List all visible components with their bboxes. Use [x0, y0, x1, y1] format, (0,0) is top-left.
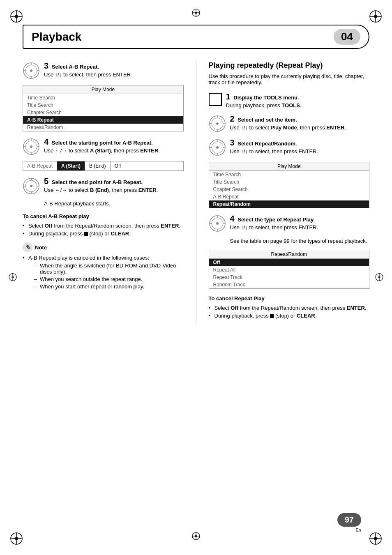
pm2-item-ab-repeat: A-B Repeat	[209, 193, 369, 200]
mid-left-reg-mark	[8, 272, 17, 283]
cancel-repeat-item-1: Select Off from the Repeat/Random screen…	[209, 305, 370, 311]
cancel-repeat-item-2: During playback, press (stop) or CLEAR.	[209, 313, 370, 319]
step-5-extra: A-B Repeat playback starts.	[23, 200, 184, 207]
pm1-item-repeat-random: Repeat/Random	[23, 124, 183, 131]
step-3-title: 3 Select A-B Repeat.	[44, 61, 132, 71]
top-mid-reg-mark	[191, 8, 201, 18]
play-mode-table-2: Play Mode Time Search Title Search Chapt…	[209, 162, 370, 208]
r-step-4-icon	[209, 215, 226, 232]
step-4-row: 4 Select the starting point for A-B Repe…	[23, 137, 184, 155]
note-sub-list: When the angle is switched (for BD-ROM a…	[28, 263, 184, 290]
pm1-item-title-search: Title Search	[23, 101, 183, 109]
svg-point-32	[30, 185, 32, 187]
note-header: ✎ Note	[23, 242, 184, 252]
svg-point-46	[216, 146, 219, 149]
note-sub-1: When the angle is switched (for BD-ROM a…	[34, 263, 184, 275]
step-5-icon	[23, 177, 40, 195]
r-step-4-desc: Use ↑/↓ to select, then press ENTER.	[230, 224, 318, 230]
cancel-ab-list: Select Off from the Repeat/Random screen…	[23, 223, 184, 237]
r-step-3-title: 3 Select Repeat/Random.	[230, 138, 318, 147]
pm2-item-chapter-search: Chapter Search	[209, 186, 369, 193]
note-icon: ✎	[23, 242, 32, 252]
pm2-item-title-search: Title Search	[209, 178, 369, 186]
step-5-title: 5 Select the end point for A-B Repeat.	[44, 177, 158, 186]
page-number: 97	[337, 513, 361, 527]
note-sub-3: When you start other repeat or random pl…	[34, 283, 184, 290]
cancel-ab-item-2: During playback, press (stop) or CLEAR.	[23, 230, 184, 237]
svg-point-39	[216, 122, 219, 125]
play-mode-title-2: Play Mode	[209, 162, 369, 171]
pm2-item-time-search: Time Search	[209, 171, 369, 178]
step-5-content: 5 Select the end point for A-B Repeat. U…	[44, 177, 158, 193]
note-item-1: A-B Repeat play is canceled in the follo…	[23, 255, 184, 290]
r-step-4-title: 4 Select the type of Repeat Play.	[230, 214, 318, 223]
section-title: Playing repeatedly (Repeat Play)	[209, 61, 370, 70]
left-column: 3 Select A-B Repeat. Use ↑/↓ to select, …	[23, 61, 184, 323]
note-box: ✎ Note A-B Repeat play is canceled in th…	[23, 242, 184, 290]
r-step-1-icon	[209, 93, 222, 106]
step-5-desc: Use ←/→ to select B (End), then press EN…	[44, 187, 158, 193]
section-desc: Use this procedure to play the currently…	[209, 73, 370, 85]
mid-right-reg-mark	[375, 272, 384, 283]
opt-repeat-all: Repeat All	[209, 266, 369, 274]
r-step-4-row: 4 Select the type of Repeat Play. Use ↑/…	[209, 214, 370, 232]
right-column: Playing repeatedly (Repeat Play) Use thi…	[209, 61, 370, 323]
opt-random-track: Random Track	[209, 281, 369, 288]
r-step-2-desc: Use ↑/↓ to select Play Mode, then press …	[230, 124, 346, 131]
opt-off: Off	[209, 259, 369, 266]
r-step-3-row: 3 Select Repeat/Random. Use ↑/↓ to selec…	[209, 138, 370, 156]
r-step-3-content: 3 Select Repeat/Random. Use ↑/↓ to selec…	[230, 138, 318, 154]
pm1-item-ab-repeat: A-B Repeat	[23, 116, 183, 124]
pm2-item-repeat-random: Repeat/Random	[209, 200, 369, 208]
cancel-repeat-list: Select Off from the Repeat/Random screen…	[209, 305, 370, 319]
note-list: A-B Repeat play is canceled in the follo…	[23, 255, 184, 290]
r-step-1-row: 1 Display the TOOLS menu. During playbac…	[209, 92, 370, 108]
page-lang: En	[337, 527, 361, 532]
stop-symbol-2	[270, 314, 274, 318]
pm1-item-time-search: Time Search	[23, 94, 183, 101]
r-step-1-title: 1 Display the TOOLS menu.	[226, 92, 302, 101]
ab-bar-astart: A (Start)	[57, 161, 85, 170]
page-number-area: 97 En	[337, 513, 361, 532]
step-3-row: 3 Select A-B Repeat. Use ↑/↓ to select, …	[23, 61, 184, 79]
ab-bar-bend: B (End)	[85, 161, 111, 170]
page-header: Playback 04	[23, 25, 369, 49]
ab-bar-label: A-B Repeat	[23, 161, 57, 170]
r-step-3-icon	[209, 139, 226, 156]
step-4-title: 4 Select the starting point for A-B Repe…	[44, 137, 160, 147]
r-step-3-desc: Use ↑/↓ to select, then press ENTER.	[230, 148, 318, 154]
step-4-content: 4 Select the starting point for A-B Repe…	[44, 137, 160, 154]
column-divider	[196, 61, 196, 323]
r-step-2-title: 2 Select and set the item.	[230, 114, 346, 124]
svg-point-18	[30, 69, 32, 72]
chapter-number: 04	[334, 29, 360, 45]
r-step-2-content: 2 Select and set the item. Use ↑/↓ to se…	[230, 114, 346, 131]
step-5-row: 5 Select the end point for A-B Repeat. U…	[23, 177, 184, 195]
svg-point-53	[216, 222, 219, 225]
step-3-content: 3 Select A-B Repeat. Use ↑/↓ to select, …	[44, 61, 132, 78]
r-step-4-extra: See the table on page 99 for the types o…	[209, 238, 370, 244]
stop-symbol	[84, 232, 88, 236]
r-step-1-desc: During playback, press TOOLS.	[226, 102, 302, 108]
play-mode-title-1: Play Mode	[23, 85, 183, 94]
cancel-repeat-heading: To cancel Repeat Play	[209, 295, 370, 302]
bottom-reg-mark	[191, 532, 201, 542]
step-3-desc: Use ↑/↓ to select, then press ENTER.	[44, 71, 132, 78]
svg-point-25	[30, 145, 32, 148]
step-4-icon	[23, 138, 40, 155]
ab-repeat-bar: A-B Repeat A (Start) B (End) Off	[23, 161, 184, 171]
pm1-item-chapter-search: Chapter Search	[23, 109, 183, 116]
note-sub-2: When you search outside the repeat range…	[34, 276, 184, 282]
play-mode-table-1: Play Mode Time Search Title Search Chapt…	[23, 85, 184, 131]
r-step-2-row: 2 Select and set the item. Use ↑/↓ to se…	[209, 114, 370, 132]
step-4-desc: Use ←/→ to select A (Start), then press …	[44, 147, 160, 154]
cancel-ab-heading: To cancel A-B Repeat play	[23, 213, 184, 219]
options-table-title: Repeat/Random	[209, 250, 369, 259]
step-3-icon	[23, 62, 40, 79]
r-step-4-content: 4 Select the type of Repeat Play. Use ↑/…	[230, 214, 318, 230]
options-table: Repeat/Random Off Repeat All Repeat Trac…	[209, 250, 370, 289]
r-step-1-content: 1 Display the TOOLS menu. During playbac…	[226, 92, 302, 108]
cancel-ab-item-1: Select Off from the Repeat/Random screen…	[23, 223, 184, 229]
r-step-2-icon	[209, 115, 226, 132]
page-title: Playback	[32, 30, 334, 44]
